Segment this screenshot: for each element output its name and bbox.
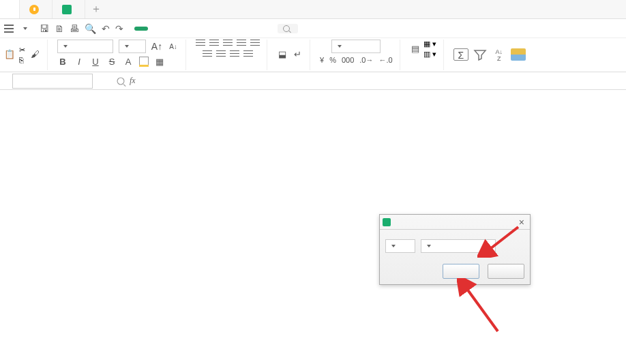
percent-icon[interactable]: % <box>329 56 336 64</box>
save-icon[interactable]: 🖫 <box>40 23 49 34</box>
daoke-icon <box>29 5 39 14</box>
dup-type-select[interactable] <box>385 239 415 253</box>
fx-icon[interactable]: fx <box>130 76 136 86</box>
redo-icon[interactable]: ↷ <box>115 23 123 34</box>
ribbon-tab-view[interactable] <box>224 27 238 31</box>
indent-increase-icon[interactable] <box>250 40 260 48</box>
indent-decrease-icon[interactable] <box>237 40 246 48</box>
underline-button[interactable]: U <box>90 56 101 67</box>
save-as-icon[interactable]: 🗎 <box>55 23 64 34</box>
dec-decimal-icon[interactable]: ←.0 <box>378 56 392 64</box>
format-painter-button[interactable]: 🖌 <box>29 49 40 61</box>
ribbon-tab-insert[interactable] <box>149 27 163 31</box>
cancel-button[interactable] <box>488 264 524 279</box>
hamburger-icon[interactable] <box>4 25 14 33</box>
styles-group: ▤ ▦ ▾ ▥ ▾ <box>410 40 444 70</box>
cell-style-button[interactable]: ▥ ▾ <box>423 50 436 59</box>
inc-decimal-icon[interactable]: .0→ <box>359 56 373 64</box>
number-format-select[interactable] <box>331 40 381 53</box>
number-group: ¥ % 000 .0→ ←.0 <box>320 40 400 70</box>
align-bottom-icon[interactable] <box>223 40 233 48</box>
undo-icon[interactable]: ↶ <box>102 23 110 34</box>
cut-button[interactable]: ✂ <box>19 46 25 55</box>
border-button[interactable]: ▦ <box>154 56 165 67</box>
annotation-arrow-2 <box>457 278 511 339</box>
brush-icon: 🖌 <box>29 49 40 60</box>
wrap-icon: ↵ <box>292 49 303 60</box>
cond-format-icon: ▤ <box>410 43 421 54</box>
preview-icon[interactable]: 🔍 <box>85 23 96 34</box>
strike-button[interactable]: S <box>106 56 117 67</box>
spreadsheet-icon <box>383 218 391 226</box>
quick-access-toolbar: 🖫 🗎 🖶 🔍 ↶ ↷ <box>40 23 123 34</box>
chevron-down-icon <box>23 27 27 30</box>
ok-button[interactable] <box>443 264 479 279</box>
merge-group: ⬓ ↵ <box>277 40 310 70</box>
merge-icon: ⬓ <box>277 49 288 60</box>
filter-button[interactable] <box>473 48 488 62</box>
cond-format-button[interactable]: ▤ <box>410 43 421 55</box>
sort-icon: A↓Z <box>492 48 507 61</box>
tab-daoke[interactable] <box>20 0 53 18</box>
annotation-arrow-1 <box>477 224 532 258</box>
align-left-icon[interactable] <box>203 50 212 59</box>
menu-bar: 🖫 🗎 🖶 🔍 ↶ ↷ <box>0 19 626 38</box>
formula-bar: fx <box>0 72 626 90</box>
fill-icon <box>511 48 526 61</box>
font-name-select[interactable] <box>57 40 113 53</box>
table-style-button[interactable]: ▦ ▾ <box>423 40 436 48</box>
document-tabbar: ＋ <box>0 0 626 19</box>
shrink-font-icon[interactable]: A↓ <box>168 41 179 52</box>
grow-font-icon[interactable]: A↑ <box>151 41 162 52</box>
tab-home[interactable] <box>0 0 20 18</box>
ribbon-tab-formula[interactable] <box>179 27 193 31</box>
italic-button[interactable]: I <box>74 56 85 67</box>
ribbon-tab-layout[interactable] <box>164 27 178 31</box>
svg-line-1 <box>465 286 498 331</box>
fill-button[interactable] <box>511 48 526 62</box>
spreadsheet-icon <box>62 5 72 14</box>
svg-line-0 <box>488 227 518 251</box>
ribbon-tab-dev[interactable] <box>239 27 253 31</box>
ribbon-tab-start[interactable] <box>134 27 148 31</box>
merge-center-button[interactable]: ⬓ <box>277 49 288 61</box>
align-group <box>196 40 267 70</box>
sum-button[interactable] <box>453 48 468 62</box>
ribbon-tabs <box>134 27 268 31</box>
copy-button[interactable]: ⎘ <box>19 56 25 64</box>
align-right-icon[interactable] <box>230 50 239 59</box>
tab-workbook[interactable] <box>53 0 85 18</box>
wrap-text-button[interactable]: ↵ <box>292 49 303 61</box>
ribbon-tab-vip[interactable] <box>254 27 268 31</box>
print-icon[interactable]: 🖶 <box>70 23 79 34</box>
clipboard-group: 📋 ✂ ⎘ 🖌 <box>4 40 48 70</box>
bold-button[interactable]: B <box>57 56 68 67</box>
command-search[interactable] <box>278 24 298 33</box>
comma-icon[interactable]: 000 <box>342 56 354 64</box>
justify-icon[interactable] <box>243 50 253 59</box>
search-icon <box>283 25 290 32</box>
font-color-button[interactable]: A <box>123 56 134 67</box>
font-group: A↑ A↓ B I U S A ▦ <box>57 40 186 70</box>
new-tab-button[interactable]: ＋ <box>85 0 107 18</box>
file-menu[interactable] <box>18 27 31 30</box>
funnel-icon <box>473 48 488 61</box>
sigma-icon <box>453 48 468 61</box>
editing-group: A↓Z <box>453 40 533 70</box>
currency-icon[interactable]: ¥ <box>320 56 324 64</box>
sort-button[interactable]: A↓Z <box>492 48 507 62</box>
font-size-select[interactable] <box>119 40 146 53</box>
paste-button[interactable]: 📋 <box>4 49 15 61</box>
ribbon: 📋 ✂ ⎘ 🖌 A↑ A↓ B I U S A ▦ <box>0 38 626 72</box>
name-box[interactable] <box>12 74 93 89</box>
ribbon-tab-review[interactable] <box>209 27 223 31</box>
align-center-icon[interactable] <box>216 50 226 59</box>
align-middle-icon[interactable] <box>209 40 219 48</box>
ribbon-tab-data[interactable] <box>194 27 208 31</box>
align-top-icon[interactable] <box>196 40 205 48</box>
fill-color-button[interactable] <box>139 57 149 66</box>
paste-icon: 📋 <box>4 49 15 60</box>
lookup-icon[interactable] <box>117 77 125 85</box>
